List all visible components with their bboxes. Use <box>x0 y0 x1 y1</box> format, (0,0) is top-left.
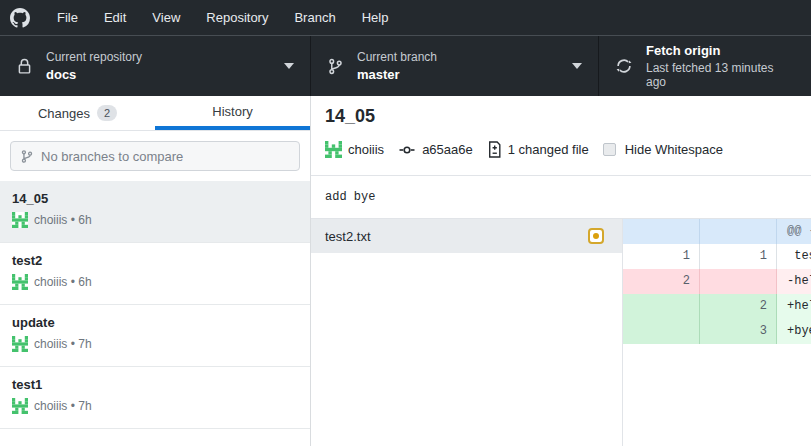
commit-detail-title: 14_05 <box>325 106 795 127</box>
current-branch-button[interactable]: Current branch master <box>311 36 599 96</box>
diff-added-row: 2+hello <box>623 294 811 319</box>
file-name: test2.txt <box>325 229 588 244</box>
git-branch-icon <box>20 149 34 164</box>
commit-title: test2 <box>12 253 300 268</box>
commit-list-item[interactable]: 14_05 choiiis • 6h <box>0 181 310 243</box>
sidebar: Changes 2 History No branches to compare… <box>0 96 311 446</box>
branch-compare-filter-wrap: No branches to compare <box>0 131 310 181</box>
menu-repository[interactable]: Repository <box>193 0 281 35</box>
current-branch-value: master <box>357 67 437 82</box>
diff-added-row: 3+bye <box>623 319 811 344</box>
tab-history[interactable]: History <box>155 96 310 130</box>
menu-file[interactable]: File <box>44 0 91 35</box>
current-repository-label: Current repository <box>46 50 142 64</box>
commit-author-time: choiiis • 7h <box>34 337 92 351</box>
github-desktop-window: File Edit View Repository Branch Help Cu… <box>0 0 811 446</box>
commit-description: add bye <box>311 176 811 219</box>
commit-list-item[interactable]: test1 choiiis • 7h <box>0 367 310 429</box>
sidebar-tabs: Changes 2 History <box>0 96 310 131</box>
current-repository-button[interactable]: Current repository docs <box>0 36 311 96</box>
commit-title: test1 <box>12 377 300 392</box>
menu-view[interactable]: View <box>139 0 193 35</box>
diff-hunk-row: @@ -1,2 +1,3 @@ <box>623 219 811 244</box>
commit-author-time: choiiis • 6h <box>34 213 92 227</box>
commit-list-item[interactable]: test2 choiiis • 6h <box>0 243 310 305</box>
avatar-identicon <box>12 274 28 290</box>
chevron-down-icon <box>284 63 294 69</box>
menu-help[interactable]: Help <box>349 0 402 35</box>
avatar-identicon <box>12 336 28 352</box>
sync-icon <box>615 57 633 75</box>
commit-header: 14_05 choiiis a65aa6e 1 changed fi <box>311 96 811 176</box>
changes-count-badge: 2 <box>97 105 117 121</box>
git-commit-icon <box>398 143 416 157</box>
commit-detail-panel: 14_05 choiiis a65aa6e 1 changed fi <box>311 96 811 446</box>
fetch-origin-button[interactable]: Fetch origin Last fetched 13 minutes ago <box>599 36 811 96</box>
toolbar: Current repository docs Current branch m… <box>0 35 811 96</box>
diff-viewer: @@ -1,2 +1,3 @@ 11 test 2-hello 2+hello … <box>623 219 811 446</box>
tab-changes[interactable]: Changes 2 <box>0 96 155 130</box>
avatar-identicon <box>12 398 28 414</box>
fetch-origin-subtitle: Last fetched 13 minutes ago <box>646 61 795 89</box>
commit-author-time: choiiis • 7h <box>34 399 92 413</box>
menu-branch[interactable]: Branch <box>281 0 348 35</box>
commit-sha[interactable]: a65aa6e <box>422 142 473 157</box>
hide-whitespace-checkbox[interactable] <box>603 143 616 156</box>
modified-status-icon <box>588 228 604 244</box>
tab-history-label: History <box>212 104 252 119</box>
diff-context-row: 11 test <box>623 244 811 269</box>
commit-title: 14_05 <box>12 191 300 206</box>
file-list-item[interactable]: test2.txt <box>311 219 622 253</box>
commit-history-list: 14_05 choiiis • 6h test2 choiiis <box>0 181 310 446</box>
avatar-identicon <box>325 141 342 158</box>
current-repository-value: docs <box>46 67 142 82</box>
fetch-origin-title: Fetch origin <box>646 43 795 58</box>
commit-author-time: choiiis • 6h <box>34 275 92 289</box>
git-branch-icon <box>327 57 344 76</box>
menu-edit[interactable]: Edit <box>91 0 139 35</box>
diff-deleted-row: 2-hello <box>623 269 811 294</box>
lock-icon <box>16 57 33 76</box>
commit-author: choiiis <box>348 142 384 157</box>
changed-files-count: 1 changed file <box>508 142 589 157</box>
commit-title: update <box>12 315 300 330</box>
branch-compare-placeholder: No branches to compare <box>41 149 183 164</box>
github-logo-icon <box>10 8 30 28</box>
chevron-down-icon <box>572 63 582 69</box>
changed-files-list: test2.txt <box>311 219 623 446</box>
avatar-identicon <box>12 212 28 228</box>
commit-list-item[interactable]: update choiiis • 7h <box>0 305 310 367</box>
tab-changes-label: Changes <box>38 106 90 121</box>
current-branch-label: Current branch <box>357 50 437 64</box>
diff-file-icon <box>487 141 502 158</box>
branch-compare-input[interactable]: No branches to compare <box>10 141 300 171</box>
hide-whitespace-label[interactable]: Hide Whitespace <box>625 142 723 157</box>
menu-bar: File Edit View Repository Branch Help <box>0 0 811 35</box>
